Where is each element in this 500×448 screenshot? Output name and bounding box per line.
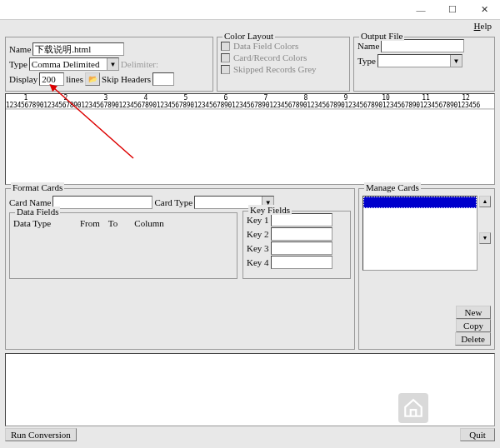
name-input[interactable]: [32, 42, 124, 56]
key-fields-title: Key Fields: [248, 205, 292, 215]
footer: Run Conversion Quit: [0, 425, 500, 445]
col-column: Column: [134, 218, 163, 228]
data-fields-box: Data Fields Data Type From To Column: [9, 212, 238, 279]
open-file-icon[interactable]: 📂: [85, 72, 100, 86]
menu-help[interactable]: Help: [471, 20, 495, 35]
skip-headers-label: Skip Headers: [102, 74, 151, 84]
titlebar: — ☐ ✕: [0, 0, 500, 20]
key2-input[interactable]: [271, 227, 332, 241]
cards-list[interactable]: [362, 196, 478, 271]
label: Data Field Colors: [233, 41, 298, 51]
card-type-label: Card Type: [154, 197, 192, 207]
lines-label: lines: [66, 74, 83, 84]
out-name-label: Name: [358, 41, 379, 51]
input-panel: Name Type ▼ Delimiter: Display lines 📂 S…: [5, 37, 213, 92]
key3-label: Key 3: [247, 243, 269, 253]
run-conversion-button[interactable]: Run Conversion: [5, 428, 77, 441]
selected-card[interactable]: [363, 197, 477, 208]
checkbox-icon: [221, 53, 230, 62]
out-type-label: Type: [358, 56, 376, 66]
color-opt-skipped[interactable]: Skipped Records Grey: [221, 64, 346, 74]
display-input[interactable]: [39, 72, 64, 86]
type-label: Type: [9, 59, 28, 69]
dropdown-icon[interactable]: ▼: [107, 58, 118, 70]
output-file-title: Output File: [359, 31, 404, 41]
format-cards-panel: Format Cards Card Name Card Type ▼ Data …: [5, 188, 355, 350]
display-label: Display: [9, 74, 38, 84]
minimize-button[interactable]: —: [405, 0, 437, 20]
out-name-input[interactable]: [381, 39, 464, 52]
name-label: Name: [9, 44, 31, 54]
output-file-panel: Output File Name Type ▼: [353, 37, 495, 92]
watermark-main: 系统之家: [433, 396, 495, 411]
close-button[interactable]: ✕: [468, 0, 500, 20]
key1-input[interactable]: [271, 213, 332, 226]
move-down-icon[interactable]: ▼: [479, 232, 491, 244]
out-type-input[interactable]: [378, 55, 450, 67]
checkbox-icon: [221, 65, 230, 74]
ruler-ticks: 1234567890123456789012345678901234567890…: [6, 102, 480, 109]
key4-input[interactable]: [271, 256, 332, 269]
color-opt-datafield[interactable]: Data Field Colors: [221, 41, 346, 51]
col-from: From: [80, 218, 100, 228]
delete-button[interactable]: Delete: [455, 332, 491, 346]
type-combo[interactable]: ▼: [29, 57, 119, 71]
quit-button[interactable]: Quit: [460, 428, 495, 441]
color-opt-card[interactable]: Card/Record Colors: [221, 52, 346, 62]
col-to: To: [108, 218, 118, 228]
manage-cards-panel: Manage Cards ▲ ▼ New Copy Delete: [358, 188, 495, 350]
data-fields-title: Data Fields: [15, 207, 60, 217]
copy-button[interactable]: Copy: [456, 319, 491, 332]
main-content: Name Type ▼ Delimiter: Display lines 📂 S…: [0, 35, 500, 428]
key3-input[interactable]: [271, 241, 332, 255]
dropdown-icon[interactable]: ▼: [450, 55, 462, 67]
house-icon: [398, 393, 428, 423]
type-combo-input[interactable]: [30, 58, 107, 70]
card-name-input[interactable]: [52, 196, 152, 209]
watermark-sub: XITONGZHIJIA: [433, 411, 495, 420]
watermark: 系统之家 XITONGZHIJIA: [398, 393, 495, 423]
manage-cards-title: Manage Cards: [364, 182, 421, 192]
key1-label: Key 1: [247, 215, 269, 225]
color-layout-panel: Color Layout Data Field Colors Card/Reco…: [217, 37, 350, 92]
label: Skipped Records Grey: [233, 64, 317, 74]
skip-headers-input[interactable]: [152, 72, 174, 86]
move-up-icon[interactable]: ▲: [479, 196, 491, 207]
delimiter-label: Delimiter:: [121, 59, 158, 69]
format-cards-title: Format Cards: [11, 182, 64, 192]
col-data-type: Data Type: [13, 218, 72, 228]
out-type-combo[interactable]: ▼: [378, 54, 462, 67]
key-fields-box: Key Fields Key 1 Key 2 Key 3 Key 4: [242, 211, 351, 279]
checkbox-icon: [221, 42, 230, 51]
new-button[interactable]: New: [456, 306, 491, 319]
color-layout-title: Color Layout: [222, 31, 275, 41]
key2-label: Key 2: [247, 229, 269, 239]
ruler: 123456789101112 123456789012345678901234…: [6, 94, 494, 109]
key4-label: Key 4: [247, 257, 269, 267]
maximize-button[interactable]: ☐: [437, 0, 468, 20]
data-preview: 123456789101112 123456789012345678901234…: [5, 93, 495, 185]
preview-body[interactable]: [6, 109, 494, 182]
label: Card/Record Colors: [233, 52, 307, 62]
